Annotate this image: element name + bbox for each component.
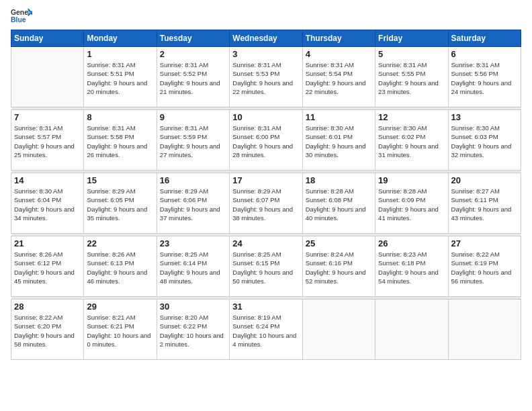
day-cell: 23Sunrise: 8:25 AMSunset: 6:14 PMDayligh…: [157, 236, 229, 297]
logo: General Blue: [11, 7, 32, 26]
day-number: 22: [87, 238, 153, 248]
week-row-4: 21Sunrise: 8:26 AMSunset: 6:12 PMDayligh…: [11, 236, 521, 297]
day-number: 16: [160, 175, 226, 185]
day-info: Sunrise: 8:25 AMSunset: 6:15 PMDaylight:…: [232, 250, 299, 285]
day-number: 13: [451, 112, 518, 122]
day-number: 6: [451, 49, 518, 59]
day-number: 29: [87, 302, 153, 312]
day-number: 28: [14, 302, 81, 312]
day-cell: 10Sunrise: 8:31 AMSunset: 6:00 PMDayligh…: [230, 110, 302, 171]
day-number: 31: [232, 302, 299, 312]
day-number: 3: [232, 49, 299, 59]
day-info: Sunrise: 8:28 AMSunset: 6:08 PMDaylight:…: [306, 187, 372, 222]
day-info: Sunrise: 8:20 AMSunset: 6:22 PMDaylight:…: [160, 313, 226, 349]
day-cell: 11Sunrise: 8:30 AMSunset: 6:01 PMDayligh…: [302, 110, 375, 171]
day-info: Sunrise: 8:29 AMSunset: 6:05 PMDaylight:…: [87, 187, 153, 222]
day-cell: 27Sunrise: 8:22 AMSunset: 6:19 PMDayligh…: [448, 236, 521, 297]
day-cell: 8Sunrise: 8:31 AMSunset: 5:58 PMDaylight…: [84, 110, 157, 171]
day-cell: 18Sunrise: 8:28 AMSunset: 6:08 PMDayligh…: [302, 173, 375, 234]
weekday-header-row: SundayMondayTuesdayWednesdayThursdayFrid…: [11, 30, 521, 47]
day-info: Sunrise: 8:30 AMSunset: 6:03 PMDaylight:…: [451, 124, 518, 159]
calendar-body: 1Sunrise: 8:31 AMSunset: 5:51 PMDaylight…: [11, 47, 521, 360]
calendar-header: SundayMondayTuesdayWednesdayThursdayFrid…: [11, 30, 521, 47]
day-info: Sunrise: 8:21 AMSunset: 6:21 PMDaylight:…: [87, 313, 153, 349]
day-cell: 6Sunrise: 8:31 AMSunset: 5:56 PMDaylight…: [448, 47, 521, 107]
week-row-1: 1Sunrise: 8:31 AMSunset: 5:51 PMDaylight…: [11, 47, 521, 107]
day-info: Sunrise: 8:25 AMSunset: 6:14 PMDaylight:…: [160, 250, 226, 285]
day-info: Sunrise: 8:30 AMSunset: 6:01 PMDaylight:…: [306, 124, 372, 159]
day-number: 23: [160, 238, 226, 248]
day-cell: 15Sunrise: 8:29 AMSunset: 6:05 PMDayligh…: [84, 173, 157, 234]
day-info: Sunrise: 8:31 AMSunset: 6:00 PMDaylight:…: [232, 124, 299, 159]
day-cell: 4Sunrise: 8:31 AMSunset: 5:54 PMDaylight…: [302, 47, 375, 107]
day-number: 1: [87, 49, 153, 59]
weekday-monday: Monday: [84, 30, 157, 47]
weekday-thursday: Thursday: [302, 30, 375, 47]
day-number: 20: [451, 175, 518, 185]
day-info: Sunrise: 8:22 AMSunset: 6:19 PMDaylight:…: [451, 250, 518, 285]
day-cell: 5Sunrise: 8:31 AMSunset: 5:55 PMDaylight…: [375, 47, 448, 107]
day-number: 8: [87, 112, 153, 122]
day-number: 25: [306, 238, 372, 248]
day-info: Sunrise: 8:29 AMSunset: 6:06 PMDaylight:…: [160, 187, 226, 222]
day-info: Sunrise: 8:30 AMSunset: 6:02 PMDaylight:…: [378, 124, 445, 159]
day-number: 19: [378, 175, 445, 185]
day-cell: 21Sunrise: 8:26 AMSunset: 6:12 PMDayligh…: [11, 236, 84, 297]
day-cell: 31Sunrise: 8:19 AMSunset: 6:24 PMDayligh…: [230, 300, 302, 360]
day-cell: [11, 47, 84, 107]
day-number: 17: [232, 175, 299, 185]
day-number: 15: [87, 175, 153, 185]
day-cell: 22Sunrise: 8:26 AMSunset: 6:13 PMDayligh…: [84, 236, 157, 297]
day-cell: 16Sunrise: 8:29 AMSunset: 6:06 PMDayligh…: [157, 173, 229, 234]
day-info: Sunrise: 8:31 AMSunset: 5:55 PMDaylight:…: [378, 60, 445, 96]
day-cell: 14Sunrise: 8:30 AMSunset: 6:04 PMDayligh…: [11, 173, 84, 234]
day-info: Sunrise: 8:31 AMSunset: 5:51 PMDaylight:…: [87, 60, 153, 96]
day-info: Sunrise: 8:26 AMSunset: 6:13 PMDaylight:…: [87, 250, 153, 285]
day-info: Sunrise: 8:31 AMSunset: 5:58 PMDaylight:…: [87, 124, 153, 159]
day-number: 2: [160, 49, 226, 59]
week-row-2: 7Sunrise: 8:31 AMSunset: 5:57 PMDaylight…: [11, 110, 521, 171]
weekday-saturday: Saturday: [448, 30, 521, 47]
day-cell: 12Sunrise: 8:30 AMSunset: 6:02 PMDayligh…: [375, 110, 448, 171]
day-info: Sunrise: 8:31 AMSunset: 5:57 PMDaylight:…: [14, 124, 81, 159]
day-cell: 13Sunrise: 8:30 AMSunset: 6:03 PMDayligh…: [448, 110, 521, 171]
day-number: 24: [232, 238, 299, 248]
day-info: Sunrise: 8:31 AMSunset: 5:52 PMDaylight:…: [160, 60, 226, 96]
day-cell: 17Sunrise: 8:29 AMSunset: 6:07 PMDayligh…: [230, 173, 302, 234]
day-number: 14: [14, 175, 81, 185]
day-cell: 1Sunrise: 8:31 AMSunset: 5:51 PMDaylight…: [84, 47, 157, 107]
day-cell: 24Sunrise: 8:25 AMSunset: 6:15 PMDayligh…: [230, 236, 302, 297]
day-info: Sunrise: 8:23 AMSunset: 6:18 PMDaylight:…: [378, 250, 445, 285]
day-number: 10: [232, 112, 299, 122]
day-number: 30: [160, 302, 226, 312]
day-cell: [448, 300, 521, 360]
day-cell: 19Sunrise: 8:28 AMSunset: 6:09 PMDayligh…: [375, 173, 448, 234]
header: General Blue: [11, 7, 521, 26]
day-cell: 25Sunrise: 8:24 AMSunset: 6:16 PMDayligh…: [302, 236, 375, 297]
weekday-sunday: Sunday: [11, 30, 84, 47]
day-number: 5: [378, 49, 445, 59]
day-cell: 29Sunrise: 8:21 AMSunset: 6:21 PMDayligh…: [84, 300, 157, 360]
day-cell: 9Sunrise: 8:31 AMSunset: 5:59 PMDaylight…: [157, 110, 229, 171]
svg-text:Blue: Blue: [11, 16, 26, 24]
weekday-tuesday: Tuesday: [157, 30, 229, 47]
day-info: Sunrise: 8:24 AMSunset: 6:16 PMDaylight:…: [306, 250, 372, 285]
weekday-friday: Friday: [375, 30, 448, 47]
day-number: 9: [160, 112, 226, 122]
day-number: 27: [451, 238, 518, 248]
day-info: Sunrise: 8:26 AMSunset: 6:12 PMDaylight:…: [14, 250, 81, 285]
day-number: 11: [306, 112, 372, 122]
day-cell: 2Sunrise: 8:31 AMSunset: 5:52 PMDaylight…: [157, 47, 229, 107]
day-number: 4: [306, 49, 372, 59]
day-cell: [302, 300, 375, 360]
logo-icon: General Blue: [11, 7, 32, 26]
day-cell: 30Sunrise: 8:20 AMSunset: 6:22 PMDayligh…: [157, 300, 229, 360]
day-info: Sunrise: 8:31 AMSunset: 5:56 PMDaylight:…: [451, 60, 518, 96]
calendar-table: SundayMondayTuesdayWednesdayThursdayFrid…: [11, 30, 521, 360]
week-row-5: 28Sunrise: 8:22 AMSunset: 6:20 PMDayligh…: [11, 300, 521, 360]
day-info: Sunrise: 8:31 AMSunset: 5:59 PMDaylight:…: [160, 124, 226, 159]
day-number: 18: [306, 175, 372, 185]
day-info: Sunrise: 8:27 AMSunset: 6:11 PMDaylight:…: [451, 187, 518, 222]
day-cell: 7Sunrise: 8:31 AMSunset: 5:57 PMDaylight…: [11, 110, 84, 171]
day-info: Sunrise: 8:22 AMSunset: 6:20 PMDaylight:…: [14, 313, 81, 349]
